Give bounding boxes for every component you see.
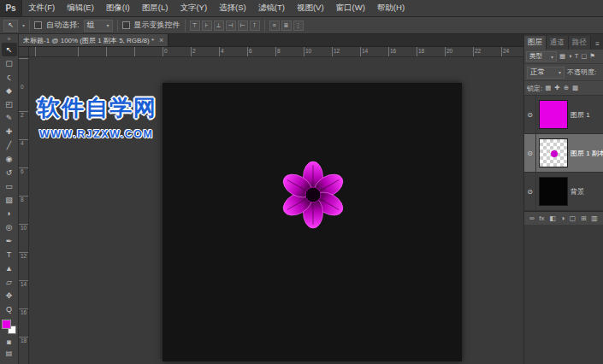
layer-style-icon[interactable]: fx bbox=[538, 214, 545, 223]
clone-stamp-tool-icon[interactable]: ◉ bbox=[2, 152, 17, 166]
filter-pixel-layers-icon[interactable]: ▦ bbox=[559, 52, 566, 61]
align-left-edges-icon[interactable]: ⊣ bbox=[226, 21, 236, 31]
zoom-tool-icon[interactable]: Q bbox=[2, 302, 17, 316]
quick-selection-tool-icon[interactable]: ◆ bbox=[2, 84, 17, 97]
crop-tool-icon[interactable]: ◰ bbox=[2, 97, 17, 111]
auto-select-checkbox[interactable] bbox=[34, 21, 42, 29]
panel-tab-2[interactable]: 路径 bbox=[569, 36, 591, 50]
menu-item[interactable]: 视图(V) bbox=[291, 0, 330, 16]
align-right-edges-icon[interactable]: ⊺ bbox=[250, 21, 260, 31]
toolbar-collapse-icon[interactable]: » bbox=[8, 35, 11, 43]
history-brush-tool-icon[interactable]: ↺ bbox=[2, 166, 17, 179]
panel-menu-icon[interactable]: ≡ bbox=[592, 38, 603, 50]
lock-pixels-icon[interactable]: ✚ bbox=[553, 84, 560, 92]
menu-item[interactable]: 文件(F) bbox=[22, 0, 61, 16]
lock-all-icon[interactable]: ▩ bbox=[571, 84, 579, 92]
layers-panel-bottom-bar: ∞fx◧◑▢⊞▥ bbox=[524, 211, 603, 225]
pen-tool-icon[interactable]: ✒ bbox=[2, 234, 17, 248]
auto-select-value: 组 bbox=[87, 21, 95, 31]
move-tool-icon[interactable]: ↖ bbox=[2, 43, 17, 56]
layer-group-icon[interactable]: ▢ bbox=[569, 214, 577, 223]
show-transform-checkbox[interactable] bbox=[122, 21, 130, 29]
layer-thumbnail[interactable] bbox=[539, 138, 568, 167]
tool-preset-icon[interactable]: ↖ bbox=[3, 20, 18, 32]
adjustment-layer-icon[interactable]: ◑ bbox=[559, 214, 565, 223]
lasso-tool-icon[interactable]: ς bbox=[2, 70, 17, 84]
filter-kind-label: 类型 bbox=[529, 52, 542, 61]
distribute-center-icon[interactable]: ≣ bbox=[281, 21, 292, 31]
distribute-bottom-icon[interactable]: ⋮ bbox=[293, 21, 304, 31]
distribute-top-icon[interactable]: ≡ bbox=[269, 21, 280, 31]
filter-smart-objects-icon[interactable]: ⚑ bbox=[588, 52, 596, 61]
dodge-tool-icon[interactable]: ◎ bbox=[2, 220, 17, 234]
ruler-label: 8 bbox=[277, 48, 281, 54]
quick-mask-button[interactable]: ◙ bbox=[2, 337, 17, 348]
layer-thumbnail[interactable] bbox=[539, 177, 568, 206]
align-top-edges-icon[interactable]: ⊤ bbox=[190, 21, 200, 31]
chevron-down-icon: ▾ bbox=[551, 54, 553, 60]
menu-item[interactable]: 图层(L) bbox=[136, 0, 174, 16]
layer-row[interactable]: ⊙背景 bbox=[524, 173, 603, 211]
eraser-tool-icon[interactable]: ▭ bbox=[2, 179, 17, 193]
brush-tool-icon[interactable]: ╱ bbox=[2, 138, 17, 152]
chevron-down-icon: ▾ bbox=[559, 69, 561, 75]
screen-mode-button[interactable]: ▤ bbox=[2, 348, 17, 359]
filter-type-layers-icon[interactable]: T bbox=[574, 52, 580, 61]
panel-tab-1[interactable]: 通道 bbox=[547, 36, 569, 50]
filter-adjustment-layers-icon[interactable]: ◑ bbox=[567, 52, 573, 61]
layer-row[interactable]: ⊙图层 1 副本 5 bbox=[524, 134, 603, 173]
align-horizontal-centers-icon[interactable]: ⊢ bbox=[238, 21, 248, 31]
horizontal-ruler[interactable]: 024681012141618202224 bbox=[29, 47, 523, 57]
ruler-label: 22 bbox=[475, 48, 481, 54]
shape-tool-icon[interactable]: ▱ bbox=[2, 275, 17, 289]
menu-item[interactable]: 图像(I) bbox=[100, 0, 136, 16]
lock-transparency-icon[interactable]: ▦ bbox=[544, 84, 552, 92]
lock-position-icon[interactable]: ⊕ bbox=[563, 84, 570, 92]
blur-tool-icon[interactable]: ◗ bbox=[2, 207, 17, 220]
rectangular-marquee-tool-icon[interactable]: ▢ bbox=[2, 56, 17, 70]
ruler-label: 16 bbox=[21, 309, 27, 315]
layer-mask-icon[interactable]: ◧ bbox=[548, 214, 557, 223]
ruler-origin-corner[interactable] bbox=[19, 47, 29, 57]
filter-kind-dropdown[interactable]: 类型 ▾ bbox=[526, 51, 557, 62]
tab-close-icon[interactable]: × bbox=[159, 36, 163, 44]
ruler-label: 4 bbox=[21, 140, 24, 146]
link-layers-icon[interactable]: ∞ bbox=[529, 214, 535, 223]
menu-item[interactable]: 文字(Y) bbox=[174, 0, 213, 16]
new-layer-icon[interactable]: ⊞ bbox=[580, 214, 588, 223]
layer-filter-row: 类型 ▾ ▦◑T▢⚑ bbox=[524, 50, 603, 64]
delete-layer-icon[interactable]: ▥ bbox=[590, 214, 599, 223]
path-selection-tool-icon[interactable]: ▲ bbox=[2, 261, 17, 275]
filter-shape-layers-icon[interactable]: ▢ bbox=[580, 52, 588, 61]
menu-item[interactable]: 编辑(E) bbox=[61, 0, 100, 16]
layer-visibility-eye-icon[interactable]: ⊙ bbox=[524, 96, 536, 133]
eyedropper-tool-icon[interactable]: ✎ bbox=[2, 111, 17, 125]
align-bottom-edges-icon[interactable]: ⊥ bbox=[214, 21, 224, 31]
document-tab[interactable]: 未标题-1 @ 100% (图层 1 副本 5, RGB/8) * × bbox=[19, 34, 168, 46]
vertical-ruler[interactable]: 02468101214161820 bbox=[19, 57, 29, 364]
app-logo[interactable]: Ps bbox=[0, 0, 22, 16]
canvas-workspace[interactable]: 软件自学网 WWW.RJZXW.COM bbox=[29, 57, 523, 364]
align-vertical-centers-icon[interactable]: ⊦ bbox=[202, 21, 212, 31]
blend-mode-dropdown[interactable]: 正常 ▾ bbox=[527, 67, 565, 79]
layer-row[interactable]: ⊙图层 1 bbox=[524, 96, 603, 134]
panel-tab-0[interactable]: 图层 bbox=[524, 36, 547, 50]
document-canvas[interactable] bbox=[163, 83, 462, 361]
healing-brush-tool-icon[interactable]: ✚ bbox=[2, 125, 17, 138]
tool-preset-arrow-icon[interactable]: ▾ bbox=[22, 22, 25, 28]
menu-item[interactable]: 滤镜(T) bbox=[252, 0, 291, 16]
hand-tool-icon[interactable]: ✥ bbox=[2, 289, 17, 302]
menu-item[interactable]: 窗口(W) bbox=[330, 0, 371, 16]
layer-visibility-eye-icon[interactable]: ⊙ bbox=[524, 173, 536, 210]
layer-thumbnail[interactable] bbox=[539, 100, 568, 129]
auto-select-dropdown[interactable]: 组 ▾ bbox=[84, 20, 113, 32]
gradient-tool-icon[interactable]: ▧ bbox=[2, 193, 17, 207]
ruler-label: 0 bbox=[164, 48, 168, 54]
menu-item[interactable]: 选择(S) bbox=[213, 0, 252, 16]
foreground-color-swatch[interactable] bbox=[2, 320, 11, 329]
type-tool-icon[interactable]: T bbox=[2, 248, 17, 261]
options-divider bbox=[117, 20, 118, 32]
menu-item[interactable]: 帮助(H) bbox=[371, 0, 411, 16]
lock-label: 锁定: bbox=[527, 84, 542, 93]
layer-visibility-eye-icon[interactable]: ⊙ bbox=[524, 134, 536, 172]
